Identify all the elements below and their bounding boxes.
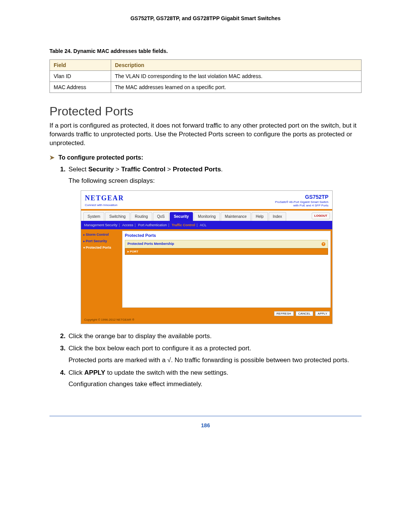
sidebar-item-port-security[interactable]: Port Security (83, 238, 121, 244)
step-text: Configuration changes take effect immedi… (68, 380, 362, 389)
panel-header: Protected Ports Membership ? (125, 240, 328, 248)
cell-description: The VLAN ID corresponding to the last vi… (111, 71, 362, 82)
cancel-button[interactable]: CANCEL (296, 311, 313, 316)
step-text: Protected ports are marked with a (68, 356, 167, 364)
sidebar-item-protected-ports[interactable]: Protected Ports (83, 244, 121, 251)
cell-description: The MAC addresses learned on a specific … (111, 82, 362, 93)
cell-field: Vlan ID (50, 71, 111, 82)
brand-logo: NETGEAR (85, 194, 124, 202)
nav-security: Security (88, 166, 114, 173)
brand-tagline: Connect with Innovation (85, 203, 124, 208)
nav-protected-ports: Protected Ports (173, 166, 221, 173)
sub-nav: Management Security| Access| Port Authen… (81, 222, 332, 229)
subnav-item[interactable]: Access (122, 223, 133, 227)
subnav-item[interactable]: Port Authentication (138, 223, 167, 227)
step-text: Select (68, 166, 88, 173)
step-number: 2. (60, 332, 65, 341)
tab-monitoring[interactable]: Monitoring (194, 212, 220, 221)
step-text: Click the box below each port to configu… (68, 344, 362, 353)
tab-index[interactable]: Index (269, 212, 286, 221)
intro-paragraph: If a port is configured as protected, it… (49, 121, 362, 148)
nav-sep: > (166, 166, 173, 173)
tab-security[interactable]: Security (170, 212, 193, 221)
tab-maintenance[interactable]: Maintenance (221, 212, 251, 221)
step-number: 1. (60, 165, 65, 174)
main-tabs: System Switching Routing QoS Security Mo… (81, 211, 332, 222)
panel-title: Protected Ports (125, 233, 328, 239)
apply-button[interactable]: APPLY (315, 311, 330, 316)
procedure-heading-text: To configure protected ports: (58, 154, 143, 161)
table-header-field: Field (50, 60, 111, 71)
subnav-item[interactable]: Management Security (84, 223, 118, 227)
copyright-text: Copyright © 1996-2012 NETGEAR ® (81, 317, 332, 324)
step-3: 3. Click the box below each port to conf… (60, 344, 362, 365)
tab-routing[interactable]: Routing (131, 212, 152, 221)
sidebar-item-storm-control[interactable]: Storm Control (83, 232, 121, 238)
tab-help[interactable]: Help (252, 212, 268, 221)
port-expand-bar[interactable]: PORT (125, 248, 328, 255)
document-header: GS752TP, GS728TP, and GS728TPP Gigabit S… (49, 15, 362, 21)
step-text: The following screen displays: (68, 176, 362, 186)
model-number: GS752TP (275, 193, 328, 201)
page-number: 186 (49, 416, 362, 428)
step-text: to update the switch with the new settin… (105, 369, 228, 376)
nav-sep: > (114, 166, 121, 173)
refresh-button[interactable]: REFRESH (274, 311, 294, 316)
tab-switching[interactable]: Switching (105, 212, 130, 221)
step-text: Click (68, 369, 84, 376)
step-2: 2. Click the orange bar to display the a… (60, 332, 362, 341)
screenshot-footer: REFRESH CANCEL APPLY (81, 309, 332, 317)
step-number: 4. (60, 368, 65, 378)
logout-button[interactable]: LOGOUT (312, 212, 330, 219)
apply-label: APPLY (84, 369, 105, 376)
checkmark-icon: √ (167, 356, 171, 364)
step-text: Click the orange bar to display the avai… (68, 332, 362, 341)
embedded-screenshot: NETGEAR Connect with Innovation GS752TP … (81, 190, 333, 324)
table-row: Vlan ID The VLAN ID corresponding to the… (50, 71, 362, 82)
fields-table: Field Description Vlan ID The VLAN ID co… (49, 59, 362, 93)
step-4: 4. Click APPLY to update the switch with… (60, 368, 362, 389)
step-text: . No traffic forwarding is possible betw… (171, 356, 349, 364)
help-icon[interactable]: ? (322, 242, 325, 246)
chevron-right-icon: ➤ (49, 154, 54, 161)
tab-qos[interactable]: QoS (153, 212, 169, 221)
table-header-description: Description (111, 60, 362, 71)
section-title: Protected Ports (49, 104, 362, 118)
table-caption: Table 24. Dynamic MAC addresses table fi… (49, 48, 362, 54)
sidebar: Storm Control Port Security Protected Po… (81, 229, 122, 309)
main-panel: Protected Ports Protected Ports Membersh… (122, 231, 331, 308)
model-description: with PoE and 4 SFP Ports (275, 204, 328, 208)
subnav-item-active[interactable]: Traffic Control (172, 223, 195, 227)
table-row: MAC Address The MAC addresses learned on… (50, 82, 362, 93)
step-number: 3. (60, 344, 65, 353)
cell-field: MAC Address (50, 82, 111, 93)
tab-system[interactable]: System (83, 212, 104, 221)
panel-header-text: Protected Ports Membership (127, 241, 174, 246)
step-1: 1. Select Security > Traffic Control > P… (60, 165, 362, 324)
procedure-heading: ➤ To configure protected ports: (49, 154, 362, 161)
nav-traffic-control: Traffic Control (121, 166, 165, 173)
step-text: . (221, 166, 223, 173)
subnav-item[interactable]: ACL (200, 223, 207, 227)
